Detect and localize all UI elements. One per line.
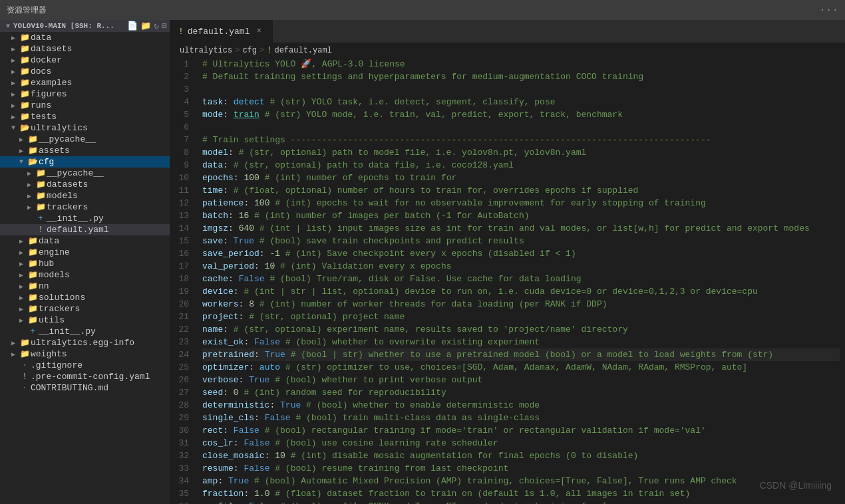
- line-number-23: 23: [176, 336, 189, 348]
- sidebar-item-engine[interactable]: ▶ 📁 engine: [0, 247, 170, 258]
- sidebar-item-data2[interactable]: ▶ 📁 data: [0, 235, 170, 247]
- token-key: time: [202, 184, 223, 197]
- sidebar-item-ultralytics[interactable]: ▼ 📂 ultralytics: [0, 122, 170, 134]
- token-bool: True: [280, 399, 301, 412]
- sidebar-item-contributing[interactable]: · CONTRIBUTING.md: [0, 382, 170, 394]
- label-init_cfg: __init__.py: [47, 213, 170, 223]
- icon-init_ultra: +: [27, 327, 39, 336]
- code-lines[interactable]: # Ultralytics YOLO 🚀, AGPL-3.0 license# …: [197, 58, 845, 504]
- editor-content[interactable]: 1234567891011121314151617181920212223242…: [170, 58, 845, 504]
- collapse-icon[interactable]: ⊟: [162, 21, 167, 31]
- token-bool: False: [254, 336, 280, 348]
- sidebar-item-models[interactable]: ▶ 📁 models: [0, 190, 170, 201]
- icon-egg-info: 📁: [19, 338, 31, 348]
- label-docker: docker: [31, 55, 170, 65]
- new-folder-icon[interactable]: 📁: [140, 21, 151, 31]
- sidebar-item-pycache_cfg[interactable]: ▶ 📁 __pycache__: [0, 168, 170, 179]
- new-file-icon[interactable]: 📄: [127, 21, 138, 31]
- sidebar-item-trackers[interactable]: ▶ 📁 trackers: [0, 201, 170, 213]
- tab-close-button[interactable]: ×: [254, 26, 264, 37]
- label-pycache_ultra: __pycache__: [39, 134, 170, 144]
- sidebar-item-pre-commit[interactable]: ! .pre-commit-config.yaml: [0, 371, 170, 382]
- token-bool: False: [234, 424, 259, 437]
- title-bar-dots[interactable]: ···: [819, 4, 838, 16]
- sidebar-item-hub[interactable]: ▶ 📁 hub: [0, 258, 170, 269]
- sidebar-item-weights[interactable]: ▶ 📁 weights: [0, 348, 170, 360]
- icon-models2: 📁: [27, 270, 39, 280]
- label-pycache_cfg: __pycache__: [47, 168, 170, 178]
- sidebar-item-egg-info[interactable]: ▶ 📁 ultralytics.egg-info: [0, 337, 170, 348]
- arrow-cfg: ▼: [16, 158, 27, 166]
- sidebar-item-examples[interactable]: ▶ 📁 examples: [0, 77, 170, 88]
- sidebar-item-trackers2[interactable]: ▶ 📁 trackers: [0, 303, 170, 315]
- token-val-highlight: train: [234, 108, 259, 121]
- token-punct: :: [244, 487, 254, 500]
- token-key: cos_lr: [202, 437, 234, 449]
- sidebar-root[interactable]: ▼ YOLOV10-MAIN [SSH: R... 📄 📁 ↻ ⊟: [0, 20, 170, 32]
- breadcrumb-yaml-icon: !: [267, 46, 271, 55]
- sidebar-item-cfg[interactable]: ▼ 📂 cfg: [0, 156, 170, 168]
- arrow-ultralytics: ▼: [8, 124, 19, 132]
- token-punct: :: [228, 209, 239, 222]
- sidebar-item-solutions[interactable]: ▶ 📁 solutions: [0, 292, 170, 303]
- token-punct: :: [234, 462, 244, 475]
- token-punct: :: [254, 348, 265, 361]
- arrow-solutions: ▶: [16, 294, 27, 302]
- token-punct: :: [223, 184, 228, 197]
- token-val: detect: [234, 96, 265, 108]
- token-bool: False: [239, 273, 265, 285]
- sidebar-item-utils[interactable]: ▶ 📁 utils: [0, 315, 170, 326]
- sidebar-item-pycache_ultra[interactable]: ▶ 📁 __pycache__: [0, 134, 170, 145]
- code-line-2: # Default training settings and hyperpar…: [202, 70, 840, 83]
- arrow-trackers: ▶: [24, 203, 35, 211]
- tab-default-yaml[interactable]: ! default.yaml ×: [170, 20, 273, 43]
- sidebar-item-figures[interactable]: ▶ 📁 figures: [0, 88, 170, 100]
- sidebar-item-data[interactable]: ▶ 📁 data: [0, 32, 170, 43]
- token-key: device: [202, 285, 234, 298]
- code-line-24: pretrained: True # (bool | str) whether …: [202, 348, 840, 361]
- icon-datasets_cfg: 📁: [35, 180, 47, 189]
- sidebar-item-default_yaml[interactable]: ! default.yaml: [0, 224, 170, 235]
- token-comment: # (bool | str) whether to use a pretrain…: [285, 348, 773, 361]
- icon-assets: 📁: [27, 146, 39, 156]
- sidebar-item-nn[interactable]: ▶ 📁 nn: [0, 281, 170, 292]
- code-line-22: name: # (str, optional) experiment name,…: [202, 323, 840, 336]
- line-number-33: 33: [176, 462, 189, 475]
- icon-data: 📁: [19, 33, 31, 43]
- line-number-8: 8: [176, 146, 189, 159]
- icon-hub: 📁: [27, 259, 39, 269]
- token-key: save: [202, 235, 223, 247]
- token-num: 100: [244, 172, 259, 184]
- sidebar-item-models2[interactable]: ▶ 📁 models: [0, 269, 170, 281]
- token-comment: # (int) epochs to wait for no observable…: [269, 197, 705, 209]
- label-trackers: trackers: [47, 202, 170, 212]
- sidebar-item-init_cfg[interactable]: + __init__.py: [0, 213, 170, 224]
- token-key: close_mosaic: [202, 449, 265, 462]
- sidebar-item-init_ultra[interactable]: + __init__.py: [0, 326, 170, 337]
- main-layout: ▼ YOLOV10-MAIN [SSH: R... 📄 📁 ↻ ⊟ ▶ 📁 da…: [0, 20, 845, 504]
- line-number-10: 10: [176, 172, 189, 184]
- arrow-data: ▶: [8, 34, 19, 42]
- sidebar-item-datasets_cfg[interactable]: ▶ 📁 datasets: [0, 179, 170, 190]
- token-comment: # (int) number of images per batch (-1 f…: [249, 209, 529, 222]
- refresh-icon[interactable]: ↻: [154, 21, 159, 31]
- code-line-30: rect: False # (bool) rectangular trainin…: [202, 424, 840, 437]
- icon-pre-commit: !: [19, 372, 31, 382]
- sidebar-item-docker[interactable]: ▶ 📁 docker: [0, 55, 170, 66]
- token-comment: # (bool) whether to print verbose output: [269, 374, 482, 386]
- sidebar-item-runs[interactable]: ▶ 📁 runs: [0, 100, 170, 111]
- token-comment: # (bool) use cosine learning rate schedu…: [269, 437, 498, 449]
- code-line-16: save_period: -1 # (int) Save checkpoint …: [202, 247, 840, 260]
- sidebar-item-gitignore[interactable]: · .gitignore: [0, 360, 170, 371]
- sidebar-item-docs[interactable]: ▶ 📁 docs: [0, 66, 170, 77]
- token-comment: # (bool) True/ram, disk or False. Use ca…: [265, 273, 582, 285]
- arrow-docker: ▶: [8, 57, 19, 64]
- sidebar-item-assets[interactable]: ▶ 📁 assets: [0, 145, 170, 156]
- token-num: 8: [249, 298, 254, 311]
- token-punct: :: [218, 475, 228, 487]
- token-punct: :: [228, 273, 239, 285]
- sidebar-toolbar: 📄 📁 ↻ ⊟: [127, 21, 170, 31]
- arrow-weights: ▶: [8, 350, 19, 358]
- sidebar-item-datasets[interactable]: ▶ 📁 datasets: [0, 43, 170, 55]
- sidebar-item-tests[interactable]: ▶ 📁 tests: [0, 111, 170, 122]
